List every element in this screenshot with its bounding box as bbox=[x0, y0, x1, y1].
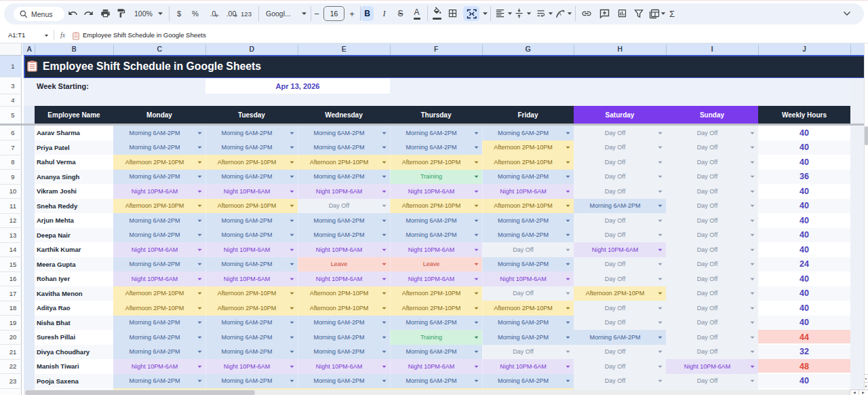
svg-text:A: A bbox=[557, 10, 561, 17]
